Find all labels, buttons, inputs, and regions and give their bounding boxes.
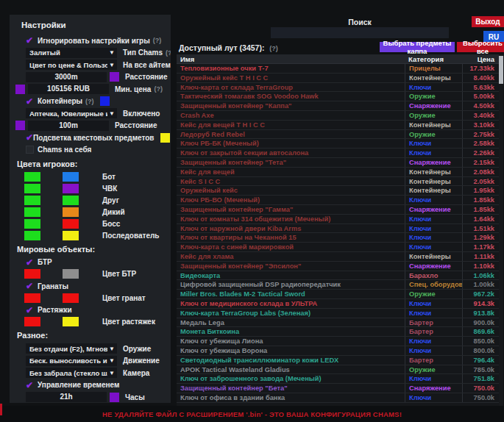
table-row[interactable]: Ключ-карта TerraGroup Labs (Зеленая)Ключ… xyxy=(177,309,499,318)
color-swatch[interactable] xyxy=(63,172,79,182)
color-swatch[interactable] xyxy=(63,269,79,279)
color-swatch[interactable] xyxy=(24,269,40,279)
select-kappa-items-button[interactable]: Выбрать предметы каппа xyxy=(380,42,455,52)
help-icon[interactable]: (?) xyxy=(85,98,94,105)
loot-help-icon[interactable]: (?) xyxy=(269,45,278,52)
color-swatch[interactable] xyxy=(24,219,40,229)
color-swatch[interactable] xyxy=(24,231,40,240)
color-swatch[interactable] xyxy=(24,317,40,326)
color-swatch[interactable] xyxy=(160,133,170,143)
exit-button[interactable]: Выход xyxy=(472,16,504,27)
table-row[interactable]: Ключ-карта от склада TerraGroupКлючи5.63… xyxy=(177,83,499,93)
color-swatch[interactable] xyxy=(110,393,119,402)
table-row[interactable]: Ключ-карта с синей маркировкойКлючи1.17k… xyxy=(177,243,499,252)
help-icon[interactable]: (?) xyxy=(154,85,163,93)
item-price-cell: 1.06kk xyxy=(462,271,499,280)
checkbox-checked-icon[interactable]: ✔ xyxy=(26,96,38,107)
color-swatch[interactable] xyxy=(63,207,79,217)
checkbox-checked-icon[interactable]: ✔ xyxy=(26,281,38,291)
column-header-category[interactable]: Категория xyxy=(405,54,462,63)
table-row[interactable]: Защищенный контейнер "Тета"Снаряжение2.1… xyxy=(177,158,499,168)
color-swatch[interactable] xyxy=(24,293,40,303)
table-row[interactable]: Тепловизионные очки Т-7Прицелы17.33kk xyxy=(177,64,499,74)
table-row[interactable]: Тактический томагавк SOG Voodoo HawkОруж… xyxy=(177,92,499,101)
table-row[interactable]: Ключ от убежища ЛионаКлючи850.0k xyxy=(177,337,499,346)
table-row[interactable]: Ключ от наружной двери Kiba ArmsКлючи1.5… xyxy=(177,224,499,234)
color-swatch[interactable] xyxy=(63,196,79,205)
dropdown[interactable]: Залитый▼ xyxy=(26,48,117,58)
drop-all-button[interactable]: Выбросить все xyxy=(457,42,504,52)
table-row[interactable]: Защищенный контейнер "Гамма"Снаряжение1.… xyxy=(177,205,499,215)
help-icon[interactable]: (?) xyxy=(153,37,162,44)
column-header-price[interactable]: Цена xyxy=(462,54,499,63)
table-row[interactable]: Ключ от убежища ВоронаКлючи800.0k xyxy=(177,346,499,356)
table-row[interactable]: Медаль LegaБартер900.0k xyxy=(177,318,499,328)
color-swatch[interactable] xyxy=(63,231,79,240)
checkbox-unchecked[interactable] xyxy=(26,146,34,154)
column-header-name[interactable]: Имя xyxy=(177,54,405,63)
checkbox-checked-icon[interactable]: ✔ xyxy=(26,257,38,268)
item-category-cell: Бартер xyxy=(405,318,462,327)
color-swatch[interactable] xyxy=(15,121,25,130)
table-row[interactable]: APOK Tactical Wasteland GladiusОружие785… xyxy=(177,365,499,375)
table-row[interactable]: Светодиодный трансиллюминатор кожи LEDXБ… xyxy=(177,356,499,365)
checkbox-checked-icon[interactable]: ✔ xyxy=(26,132,33,143)
table-row[interactable]: Ключ от закрытой секции автосалонаКлючи2… xyxy=(177,149,499,158)
table-row[interactable]: Ключ РБ-ВО (Меченый)Ключи1.85kk xyxy=(177,196,499,205)
table-row[interactable]: Кейс для хламаКонтейнеры1.11kk xyxy=(177,252,499,262)
color-swatch[interactable] xyxy=(100,96,110,106)
color-swatch[interactable] xyxy=(24,207,40,217)
table-row[interactable]: Ключ от медицинского склада в УЛЬТРАКлюч… xyxy=(177,299,499,309)
item-category-cell: Контейнеры xyxy=(405,177,462,186)
table-row[interactable]: Ключ от заброшенного завода (Меченый)Клю… xyxy=(177,374,499,384)
dropdown[interactable]: Аптечка, Ювелирные и...▼ xyxy=(26,108,117,118)
table-row[interactable]: ВидеокартаБарахло1.06kk xyxy=(177,271,499,281)
value-input[interactable]: 21h xyxy=(26,392,107,402)
table-row[interactable]: Кейс S I C CКонтейнеры2.05kk xyxy=(177,177,499,187)
checkbox-checked-icon[interactable]: ✔ xyxy=(26,305,38,315)
dropdown[interactable]: Цвет по цене & Пользователь▼ xyxy=(26,60,117,70)
color-swatch[interactable] xyxy=(24,196,40,205)
color-swatch[interactable] xyxy=(24,184,40,193)
table-row[interactable]: Оружейный кейс T H I C CКонтейнеры8.40kk xyxy=(177,74,499,83)
value-input[interactable]: 105156 RUB xyxy=(28,84,109,94)
swatch-label: ЧВК xyxy=(102,185,117,193)
table-row[interactable]: Кейс для вещейКонтейнеры2.08kk xyxy=(177,168,499,177)
color-swatch[interactable] xyxy=(24,172,40,182)
value-input[interactable]: 3000m xyxy=(26,72,107,82)
dropdown[interactable]: Без отдачи (F2), Мгновенное п▼ xyxy=(26,343,117,354)
dropdown[interactable]: Беск. выносливость и нет уста▼ xyxy=(26,356,117,366)
item-category-cell: Контейнеры xyxy=(405,168,462,176)
color-swatch[interactable] xyxy=(15,85,25,94)
table-row[interactable]: Цифровой защищенный DSP радиопередатчикС… xyxy=(177,280,499,290)
color-swatch[interactable] xyxy=(63,293,79,303)
table-row[interactable]: Оружейный кейсКонтейнеры1.95kk xyxy=(177,186,499,196)
table-row[interactable]: Защищенный контейнер "Бета"Снаряжение750… xyxy=(177,384,499,393)
checkbox-checked-icon[interactable]: ✔ xyxy=(26,35,38,46)
search-input[interactable] xyxy=(271,27,449,38)
table-scrollbar-thumb[interactable] xyxy=(499,56,503,84)
table-row[interactable]: Монета БиткоинаБартер869.6k xyxy=(177,327,499,337)
table-row[interactable]: Кейс для вещей T H I C CКонтейнеры3.10kk xyxy=(177,121,499,130)
item-category-cell: Ключи xyxy=(405,337,462,346)
value-input[interactable]: 100m xyxy=(28,121,109,131)
chevron-down-icon: ▼ xyxy=(109,49,115,56)
table-row[interactable]: Ключ от комнаты 314 общежития (Меченый)К… xyxy=(177,215,499,224)
table-row[interactable]: Защищенный контейнер "Эпсилон"Снаряжение… xyxy=(177,262,499,271)
color-swatch[interactable] xyxy=(63,219,79,229)
table-row[interactable]: Ключ РБ-БК (Меченый)Ключи2.58kk xyxy=(177,139,499,149)
color-swatch[interactable] xyxy=(63,317,79,326)
item-price-cell: 2.75kk xyxy=(462,130,499,139)
help-icon[interactable]: (?) xyxy=(166,49,171,57)
item-category-cell: Ключи xyxy=(405,309,462,318)
table-row[interactable]: Miller Bros. Blades M-2 Tactical SwordОр… xyxy=(177,290,499,299)
table-row[interactable]: Защищенный контейнер "Каппа"Снаряжение4.… xyxy=(177,101,499,111)
table-row[interactable]: Ледоруб Red RebelОружие2.75kk xyxy=(177,130,499,140)
color-swatch[interactable] xyxy=(63,184,79,193)
table-row[interactable]: Ключ от квартиры на Чеканной 15Ключи1.29… xyxy=(177,233,499,243)
table-row[interactable]: Crash AxeОружие3.40kk xyxy=(177,111,499,121)
color-swatch[interactable] xyxy=(110,72,119,82)
dropdown[interactable]: Без забрала (стекло шлема)▼ xyxy=(26,368,117,378)
checkbox-checked-icon[interactable]: ✔ xyxy=(26,380,38,390)
table-row[interactable]: Ключ от офиса в здании банкаКлючи750.0k xyxy=(177,393,499,403)
